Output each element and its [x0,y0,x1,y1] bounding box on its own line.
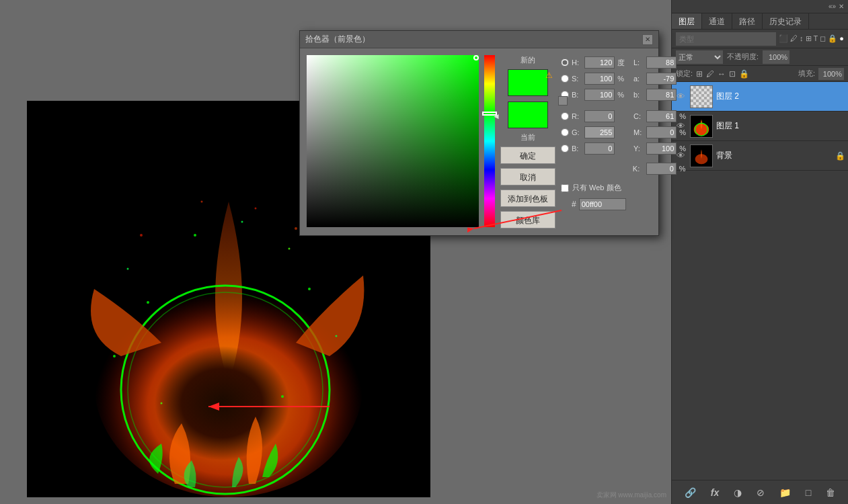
lock-icon2[interactable]: 🔒 [828,34,837,43]
color-library-button[interactable]: 颜色库 [500,211,555,228]
unit-H: 度 [617,58,627,68]
radio-G[interactable] [561,128,569,136]
panel-collapse-icon[interactable]: «» [828,3,836,10]
delete-layer-icon[interactable]: 🗑 [826,487,835,498]
radio-R[interactable] [561,112,569,120]
radio-B2[interactable] [561,144,569,153]
type-icon[interactable]: T [814,34,818,43]
search-bar: ⬛ 🖊 ↕ ⊞ T ◻ 🔒 ● [672,30,848,48]
hex-row: # [561,197,689,212]
transform-icon[interactable]: ⊞ [806,34,812,43]
unit-S: % [617,75,627,83]
lock-full-icon[interactable]: 🔒 [739,69,749,79]
hue-slider[interactable] [484,55,495,227]
hue-slider-wrapper[interactable]: ◄ [484,55,495,227]
add-swatch-button[interactable]: 添加到色板 [500,190,555,207]
hex-label: # [572,200,576,209]
search-input[interactable] [676,32,776,46]
input-R[interactable] [584,110,615,122]
panel-top-bar: «» ✕ [672,0,848,13]
label-R: R: [572,112,582,120]
panel-bottom: 🔗 fx ◑ ⊘ 📁 □ 🗑 [672,480,848,504]
fill-label: 填充: [798,69,815,79]
gamut-warning-icon: ⚠ [545,71,553,95]
panel-tabs: 图层 通道 路径 历史记录 [672,13,848,30]
add-mask-icon[interactable]: ◑ [734,487,742,498]
fx-icon[interactable]: fx [711,487,719,498]
input-M[interactable] [646,126,677,138]
svg-point-15 [140,234,143,237]
unit-M: % [679,128,689,136]
dialog-title: 拾色器（前景色） [305,34,370,45]
hex-input[interactable] [579,198,626,210]
color-fields: H: 度 L: S: % a: B: % [561,55,689,228]
input-S[interactable] [584,73,615,85]
label-a: a: [633,75,644,83]
tab-channels[interactable]: 通道 [702,13,732,29]
field-row-G: G: M: % [561,125,689,140]
field-row-B: B: % b: [561,87,689,102]
move-icon[interactable]: ↕ [800,34,804,43]
confirm-button[interactable]: 确定 [500,146,555,164]
svg-point-17 [201,201,203,203]
opacity-label: 不透明度: [727,52,759,62]
lock-pixels-icon[interactable]: 🖊 [706,69,714,79]
color-square[interactable] [307,55,479,227]
dialog-titlebar: 拾色器（前景色） ✕ [300,31,658,48]
svg-point-8 [288,248,291,250]
opacity-input[interactable] [763,50,789,64]
label-b-lab: b: [633,91,644,99]
input-H[interactable] [584,56,615,69]
tab-history[interactable]: 历史记录 [763,13,809,29]
input-K[interactable] [646,163,677,175]
layers-list: 👁 图层 2 👁 图层 1 👁 [672,82,848,171]
layer-lock-row: 锁定: ⊞ 🖊 ↔ ⊡ 🔒 填充: [672,66,848,82]
current-color-box [508,101,548,128]
group-icon[interactable]: 📁 [779,487,791,498]
layer-item-2[interactable]: 👁 图层 2 [672,82,848,112]
radio-H[interactable] [561,58,569,67]
panel-close-icon[interactable]: ✕ [839,3,844,10]
web-only-checkbox[interactable] [561,184,569,192]
tab-layers[interactable]: 图层 [672,13,702,29]
lock-all-icon[interactable]: ⊞ [696,69,703,79]
field-row-H: H: 度 L: [561,55,689,70]
input-B2[interactable] [584,142,615,155]
gamut-swatch[interactable] [558,96,568,106]
lock-icon-background: 🔒 [835,151,845,161]
unit-Y: % [679,144,689,153]
fill-input[interactable] [818,68,844,80]
field-row-K: K: % [561,161,689,176]
preview-buttons: 新的 ⚠ 当前 确定 取消 添加到色板 颜色库 [500,55,555,228]
label-Y: Y: [633,144,644,153]
new-layer-icon[interactable]: □ [806,487,811,498]
brush-icon[interactable]: 🖊 [790,34,798,43]
svg-point-10 [241,221,243,223]
tab-paths[interactable]: 路径 [732,13,763,29]
input-B[interactable] [584,89,615,101]
layer-name-1: 图层 1 [716,120,845,132]
layer-item-background[interactable]: 👁 背景 🔒 [672,141,848,171]
input-C[interactable] [646,110,677,122]
link-layers-icon[interactable]: 🔗 [685,487,696,498]
shape-icon[interactable]: ◻ [820,34,826,43]
lock-artboard-icon[interactable]: ⊡ [729,69,736,79]
input-L[interactable] [646,56,677,69]
dialog-close-button[interactable]: ✕ [642,34,653,45]
svg-point-16 [295,227,297,230]
svg-point-13 [161,403,163,405]
input-Y[interactable] [646,142,677,155]
unit-K: % [679,165,689,173]
input-b-lab[interactable] [646,89,677,101]
input-a[interactable] [646,73,677,85]
radio-S[interactable] [561,75,569,83]
cancel-button[interactable]: 取消 [500,168,555,185]
label-G: G: [572,128,582,136]
color-gradient-area[interactable] [307,55,479,227]
right-panel: «» ✕ 图层 通道 路径 历史记录 ⬛ 🖊 ↕ ⊞ T ◻ 🔒 ● 正常 不透… [671,0,848,504]
lock-position-icon[interactable]: ↔ [718,69,726,79]
adjustment-icon[interactable]: ⊘ [757,487,765,498]
input-G[interactable] [584,126,615,138]
filter-icon[interactable]: ⬛ [779,34,788,43]
layer-item-1[interactable]: 👁 图层 1 [672,112,848,141]
